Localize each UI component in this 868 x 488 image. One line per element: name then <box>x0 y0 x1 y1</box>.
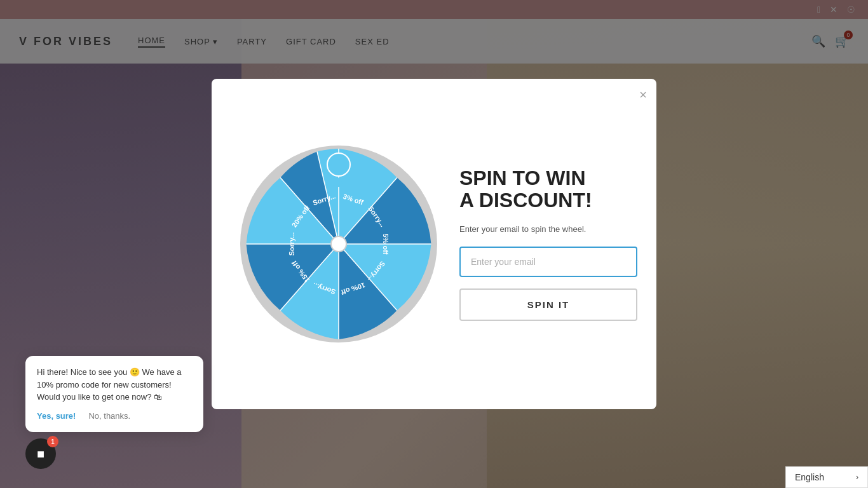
modal-close-button[interactable]: × <box>639 88 647 101</box>
modal-right: SPIN TO WIN A DISCOUNT! Enter your email… <box>453 167 637 322</box>
svg-point-20 <box>331 236 346 252</box>
spin-button[interactable]: SPIN IT <box>459 288 637 321</box>
chat-message: Hi there! Nice to see you 🙂 We have a 10… <box>37 367 181 402</box>
svg-point-21 <box>327 153 350 176</box>
chat-btn-row: ■ 1 <box>25 438 203 469</box>
svg-text:Sorry...: Sorry... <box>288 232 295 255</box>
chat-actions: Yes, sure! No, thanks. <box>37 410 192 423</box>
spin-subtitle: Enter your email to spin the wheel. <box>459 223 637 236</box>
wheel-pointer <box>326 152 351 190</box>
chat-badge: 1 <box>47 436 58 447</box>
language-selector[interactable]: English › <box>785 466 868 488</box>
spin-title: SPIN TO WIN A DISCOUNT! <box>459 167 637 212</box>
svg-marker-22 <box>332 177 345 187</box>
chat-toggle-button[interactable]: ■ 1 <box>25 438 56 469</box>
spin-modal: × <box>212 79 656 409</box>
spin-wheel-container: 3% off Sorry... 5% off Sorry... 10% off … <box>237 142 440 346</box>
chat-yes-button[interactable]: Yes, sure! <box>37 410 76 423</box>
chat-bubble: Hi there! Nice to see you 🙂 We have a 10… <box>25 356 203 432</box>
language-label: English <box>795 472 824 482</box>
email-input[interactable] <box>459 247 637 277</box>
chat-no-button[interactable]: No, thanks. <box>88 410 130 423</box>
chat-widget: Hi there! Nice to see you 🙂 We have a 10… <box>25 356 203 469</box>
language-arrow: › <box>856 473 858 482</box>
svg-text:5% off: 5% off <box>382 234 390 255</box>
